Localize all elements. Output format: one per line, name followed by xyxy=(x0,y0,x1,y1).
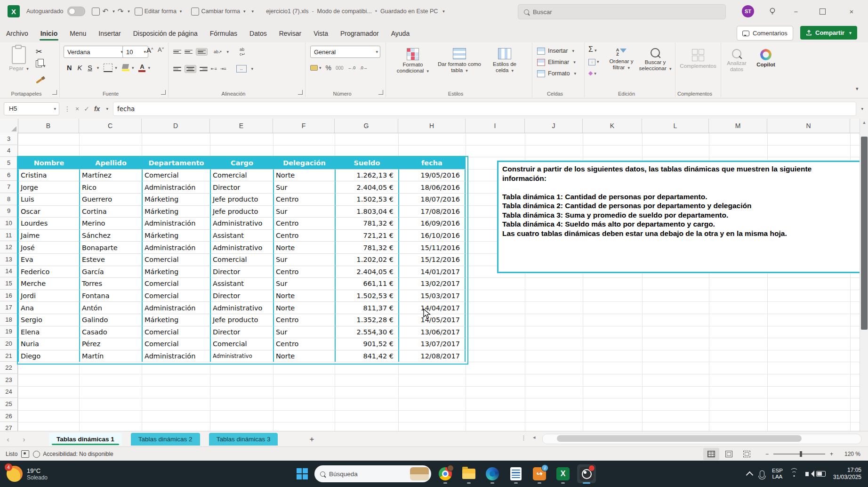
cell-G15[interactable]: 661,11 € xyxy=(335,277,398,290)
cell-G18[interactable]: 1.352,28 € xyxy=(335,314,398,326)
column-header-N[interactable]: N xyxy=(767,119,850,133)
cell-G19[interactable]: 2.554,30 € xyxy=(335,326,398,338)
cell-E20[interactable]: Comercial xyxy=(210,338,273,350)
normal-view-button[interactable] xyxy=(703,448,719,460)
undo-button[interactable]: ↶ xyxy=(103,7,109,16)
cell-F11[interactable]: Centro xyxy=(273,229,335,242)
cell-H15[interactable]: 13/02/2017 xyxy=(398,277,466,290)
fx-caret[interactable]: ▾ xyxy=(106,106,108,111)
comments-button[interactable]: Comentarios xyxy=(737,26,793,41)
font-size-select[interactable]: 10▾ xyxy=(122,46,148,58)
redo-caret[interactable]: ▾ xyxy=(128,9,130,14)
cell-D15[interactable]: Comercial xyxy=(142,277,210,290)
cell-G9[interactable]: 1.803,04 € xyxy=(335,205,398,218)
cell-E12[interactable]: Administrativo xyxy=(210,241,273,253)
merge-caret[interactable]: ▾ xyxy=(251,66,254,71)
cell-C10[interactable]: Merino xyxy=(79,217,142,229)
microphone-icon[interactable] xyxy=(760,471,764,478)
analyze-data-button[interactable]: Analizar datos xyxy=(722,49,751,73)
cell-B20[interactable]: Nuria xyxy=(18,338,79,350)
cell-B19[interactable]: Elena xyxy=(18,326,79,338)
cell-C16[interactable]: Fontana xyxy=(79,290,142,302)
row-header-26[interactable]: 26 xyxy=(0,410,18,422)
change-shape-button[interactable]: Cambiar forma ▾ xyxy=(191,8,245,16)
cell-D14[interactable]: Márketing xyxy=(142,266,210,278)
cell-F12[interactable]: Norte xyxy=(273,241,335,253)
cell-G16[interactable]: 1.502,53 € xyxy=(335,290,398,302)
cell-G6[interactable]: 1.262,13 € xyxy=(335,169,398,181)
cell-H13[interactable]: 15/12/2016 xyxy=(398,253,466,266)
zoom-out-button[interactable]: − xyxy=(765,451,769,457)
share-button[interactable]: Compartir ▾ xyxy=(800,26,857,40)
horizontal-scrollbar[interactable] xyxy=(542,434,861,444)
taskbar-search[interactable]: Búsqueda xyxy=(314,465,431,482)
column-header-B[interactable]: B xyxy=(18,119,79,133)
cell-D13[interactable]: Comercial xyxy=(142,253,210,266)
row-header-10[interactable]: 10 xyxy=(0,217,18,229)
tray-overflow-icon[interactable] xyxy=(746,471,754,479)
cell-B18[interactable]: Sergio xyxy=(18,314,79,326)
format-painter-button[interactable] xyxy=(36,75,42,84)
cell-E18[interactable]: Jefe producto xyxy=(210,314,273,326)
row-header-23[interactable]: 23 xyxy=(0,374,18,386)
save-icon[interactable] xyxy=(92,8,100,16)
cell-C17[interactable]: Antón xyxy=(79,301,142,314)
cell-H11[interactable]: 16/10/2016 xyxy=(398,229,466,242)
sheet-tab-2[interactable]: Tablas dinámicas 2 xyxy=(131,433,200,446)
column-header-M[interactable]: M xyxy=(709,119,767,133)
decrease-decimal-icon[interactable]: .0→ xyxy=(360,65,368,70)
page-break-view-button[interactable] xyxy=(739,448,755,460)
comma-style-button[interactable]: 000 xyxy=(336,65,344,71)
autosave-toggle[interactable] xyxy=(67,7,85,16)
column-header-J[interactable]: J xyxy=(525,119,583,133)
cell-B13[interactable]: Eva xyxy=(18,253,79,266)
cell-F17[interactable]: Norte xyxy=(273,301,335,314)
cell-E11[interactable]: Assistant xyxy=(210,229,273,242)
sheet-tab-1[interactable]: Tablas dinámicas 1 xyxy=(49,433,122,446)
minimize-button[interactable]: − xyxy=(785,0,807,23)
cell-C19[interactable]: Casado xyxy=(79,326,142,338)
row-header-9[interactable]: 9 xyxy=(0,205,18,218)
cell-D12[interactable]: Administración xyxy=(142,241,210,253)
row-header-20[interactable]: 20 xyxy=(0,338,18,350)
column-headers[interactable]: BCDEFGHIJKLMN xyxy=(0,119,868,133)
underline-caret[interactable]: ▾ xyxy=(97,65,99,70)
row-header-7[interactable]: 7 xyxy=(0,181,18,193)
column-header-F[interactable]: F xyxy=(273,119,335,133)
vscroll-thumb[interactable] xyxy=(861,137,868,330)
copy-button[interactable]: ▾ xyxy=(36,60,46,69)
cell-H21[interactable]: 12/08/2017 xyxy=(398,350,466,362)
confirm-entry-icon[interactable]: ✓ xyxy=(84,105,89,113)
cell-F15[interactable]: Sur xyxy=(273,277,335,290)
row-header-12[interactable]: 12 xyxy=(0,241,18,253)
copilot-button[interactable]: Copilot xyxy=(752,49,780,68)
sheet-tab-3[interactable]: Tablas dinámicas 3 xyxy=(209,433,278,446)
cell-D11[interactable]: Márketing xyxy=(142,229,210,242)
font-color-button[interactable]: A xyxy=(138,63,145,72)
cell-D7[interactable]: Administración xyxy=(142,181,210,193)
orientation-caret[interactable]: ▾ xyxy=(227,49,229,54)
bold-button[interactable]: N xyxy=(64,64,74,72)
cell-H6[interactable]: 19/05/2016 xyxy=(398,169,466,181)
close-button[interactable]: × xyxy=(841,0,862,23)
cell-H14[interactable]: 14/01/2017 xyxy=(398,266,466,278)
row-header-24[interactable]: 24 xyxy=(0,386,18,398)
column-header-G[interactable]: G xyxy=(335,119,398,133)
cell-F18[interactable]: Centro xyxy=(273,314,335,326)
cell-F19[interactable]: Sur xyxy=(273,326,335,338)
cell-C14[interactable]: García xyxy=(79,266,142,278)
underline-button[interactable]: S xyxy=(85,64,95,72)
grow-font-button[interactable]: A˄ xyxy=(146,46,153,54)
cut-button[interactable]: ✂ xyxy=(36,47,42,56)
ribbon-tab-menu[interactable]: Menu xyxy=(64,25,92,42)
column-header-K[interactable]: K xyxy=(583,119,642,133)
file-explorer-icon[interactable] xyxy=(459,464,478,483)
cell-E8[interactable]: Jefe producto xyxy=(210,193,273,205)
ribbon-tab-insertar[interactable]: Insertar xyxy=(92,25,127,42)
name-box[interactable]: H5 ▾ xyxy=(4,102,59,115)
cell-F9[interactable]: Sur xyxy=(273,205,335,218)
cell-E6[interactable]: Comercial xyxy=(210,169,273,181)
macro-record-icon[interactable] xyxy=(21,450,29,458)
cell-E7[interactable]: Director xyxy=(210,181,273,193)
cell-B11[interactable]: Jaime xyxy=(18,229,79,242)
